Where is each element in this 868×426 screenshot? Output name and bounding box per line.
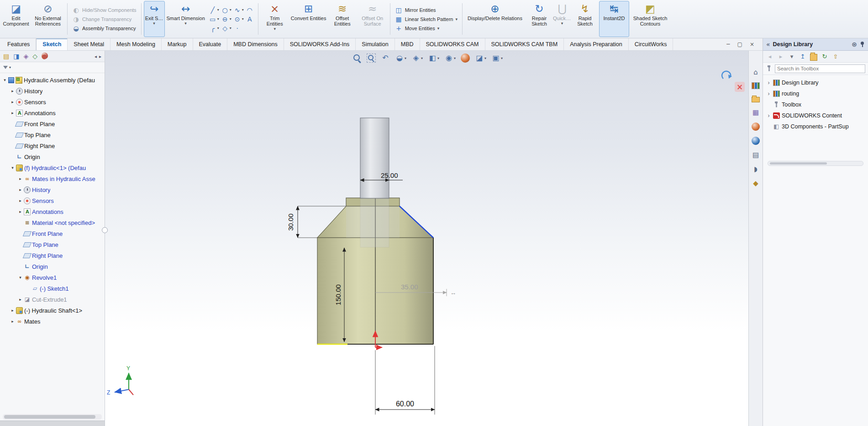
arc-tool-button[interactable]: ◠ bbox=[246, 6, 254, 14]
right-arrow-icon[interactable]: ▸ bbox=[10, 319, 16, 324]
apply-scene-button[interactable]: ◪▾ bbox=[474, 53, 487, 63]
chevron-right-icon[interactable]: › bbox=[766, 91, 771, 97]
right-arrow-icon[interactable]: ▸ bbox=[17, 187, 23, 192]
tab-mbd-dimensions[interactable]: MBD Dimensions bbox=[227, 38, 284, 50]
library-item-solidworks-content[interactable]: ›SOLIDWORKS Content bbox=[764, 110, 867, 121]
right-arrow-icon[interactable]: ▸ bbox=[17, 297, 23, 302]
trim-entities-button[interactable]: ×Trim Entities▾ bbox=[261, 1, 289, 37]
design-library-splitter[interactable] bbox=[768, 161, 863, 166]
display-style-button[interactable]: ◧▾ bbox=[427, 53, 440, 63]
fillet-tool-button[interactable]: ╭▾ bbox=[209, 24, 219, 32]
spline-tool-button[interactable]: ∿▾ bbox=[233, 6, 244, 14]
history-dropdown[interactable]: ▾ bbox=[788, 53, 795, 60]
tree-item-sketch1[interactable]: (-) Sketch1 bbox=[0, 283, 105, 294]
restore-button[interactable]: ▢ bbox=[737, 41, 742, 48]
circle-tool-button[interactable]: ○▾ bbox=[221, 6, 231, 14]
graphics-viewport[interactable]: 25.00 30.00 150.00 35.00 ↔ 60.00 bbox=[105, 51, 748, 426]
library-item-toolbox[interactable]: Toolbox bbox=[764, 99, 867, 110]
tree-item-history[interactable]: ▸History bbox=[0, 85, 105, 96]
panel-splitter-handle[interactable] bbox=[102, 227, 108, 233]
orientation-triad[interactable]: Y Z bbox=[107, 365, 133, 396]
pin-icon[interactable] bbox=[860, 41, 865, 48]
rapid-sketch-button[interactable]: ↯Rapid Sketch bbox=[572, 1, 598, 37]
zoom-to-fit-button[interactable] bbox=[352, 53, 363, 63]
view-palette-icon[interactable]: ▦ bbox=[752, 108, 760, 117]
filter-caret-icon[interactable]: ▾ bbox=[9, 65, 11, 70]
collapse-panel-icon[interactable]: « bbox=[766, 41, 770, 48]
toolbox-search-input[interactable] bbox=[775, 64, 865, 73]
library-item-routing[interactable]: ›routing bbox=[764, 88, 867, 99]
tree-item-sensors[interactable]: ▸Sensors bbox=[0, 195, 105, 206]
change-transparency-button[interactable]: ◑Change Transparency bbox=[72, 16, 137, 23]
view-orientation-button[interactable]: ◈▾ bbox=[410, 53, 424, 63]
right-arrow-icon[interactable]: ▸ bbox=[17, 209, 23, 214]
propertymanager-tab[interactable]: ◨ bbox=[13, 53, 19, 60]
xpert-tools-icon[interactable]: ◆ bbox=[752, 179, 760, 187]
right-arrow-icon[interactable]: ▸ bbox=[10, 308, 16, 313]
tree-item-origin[interactable]: Origin bbox=[0, 261, 105, 272]
section-view-button[interactable]: ◒▾ bbox=[394, 53, 407, 63]
gear-icon[interactable]: ⊛ bbox=[852, 41, 857, 48]
right-arrow-icon[interactable]: ▸ bbox=[17, 198, 23, 203]
hide-show-components-button[interactable]: ◐Hide/Show Components bbox=[72, 6, 137, 14]
view-settings-button[interactable]: ▣▾ bbox=[490, 53, 504, 63]
tab-sheet-metal[interactable]: Sheet Metal bbox=[68, 38, 110, 50]
down-arrow-icon[interactable]: ▾ bbox=[2, 78, 8, 82]
no-external-references-button[interactable]: ⊘No External References bbox=[31, 1, 65, 37]
tab-markup[interactable]: Markup bbox=[162, 38, 193, 50]
featuremanager-tab[interactable]: ▤ bbox=[3, 53, 9, 60]
dimxpertmanager-tab[interactable]: ◇ bbox=[32, 53, 37, 60]
home-icon[interactable]: ⌂ bbox=[752, 68, 760, 76]
edit-component-button[interactable]: ◪Edit Component bbox=[2, 1, 30, 37]
tab-sketch[interactable]: Sketch bbox=[36, 38, 68, 50]
model-view[interactable]: 25.00 30.00 150.00 35.00 ↔ 60.00 bbox=[105, 51, 748, 426]
up-one-level-button[interactable]: ⇧ bbox=[832, 53, 839, 60]
tree-item-cut-extrude1[interactable]: ▸Cut-Extrude1 bbox=[0, 294, 105, 305]
hide-show-items-button[interactable]: ◉▾ bbox=[443, 53, 457, 63]
close-button[interactable]: × bbox=[750, 41, 754, 48]
displaymanager-tab[interactable]: ● bbox=[42, 53, 48, 59]
shaded-sketch-contours-button[interactable]: ◩Shaded Sketch Contours bbox=[630, 1, 670, 37]
scroll-left-button[interactable]: ◂ bbox=[95, 54, 97, 59]
custom-properties-icon[interactable]: ▤ bbox=[752, 151, 760, 159]
tree-item-revolve1[interactable]: ▾Revolve1 bbox=[0, 272, 105, 283]
tree-item-top-plane[interactable]: Top Plane bbox=[0, 129, 105, 140]
tree-item-mates[interactable]: ▸Mates bbox=[0, 316, 105, 327]
zoom-to-area-button[interactable] bbox=[366, 53, 377, 63]
offset-entities-button[interactable]: ≋Offset Entities bbox=[328, 1, 357, 37]
design-library-icon[interactable] bbox=[752, 82, 760, 89]
tree-item-material-not-specified[interactable]: Material <not specified> bbox=[0, 217, 105, 228]
assembly-transparency-button[interactable]: ◒Assembly Transparency bbox=[72, 25, 137, 32]
exit-sketch-button[interactable]: ↪Exit Sketch▾ bbox=[144, 1, 165, 37]
slot-tool-button[interactable]: ⊖▾ bbox=[221, 15, 231, 23]
text-tool-button[interactable]: A bbox=[246, 15, 254, 23]
smart-dimension-button[interactable]: ↔Smart Dimension▾ bbox=[166, 1, 206, 37]
tree-item-hydraulic-assembly-defau[interactable]: ▾Hydraulic Assembly (Defau bbox=[0, 75, 105, 85]
tab-solidworks-add-ins[interactable]: SOLIDWORKS Add-Ins bbox=[284, 38, 356, 50]
tree-item-annotations[interactable]: ▸Annotations bbox=[0, 107, 105, 118]
tab-mbd[interactable]: MBD bbox=[395, 38, 420, 50]
minimize-button[interactable]: ─ bbox=[726, 41, 730, 48]
dim-shaft-diameter[interactable]: 25.00 bbox=[381, 171, 398, 179]
scroll-right-button[interactable]: ▸ bbox=[99, 54, 101, 59]
configurationmanager-tab[interactable]: ◈ bbox=[23, 53, 28, 60]
line-tool-button[interactable]: ╱▾ bbox=[209, 6, 219, 14]
right-arrow-icon[interactable]: ▸ bbox=[17, 176, 23, 181]
library-item-design-library[interactable]: ›Design Library bbox=[764, 77, 867, 88]
tab-solidworks-cam[interactable]: SOLIDWORKS CAM bbox=[420, 38, 485, 50]
tree-item-right-plane[interactable]: Right Plane bbox=[0, 250, 105, 261]
linear-sketch-pattern-button[interactable]: ▦Linear Sketch Pattern▾ bbox=[395, 16, 458, 23]
previous-view-button[interactable]: ↶ bbox=[380, 53, 391, 63]
offset-on-surface-button[interactable]: ≈Offset On Surface bbox=[358, 1, 388, 37]
tree-item-sensors[interactable]: ▸Sensors bbox=[0, 96, 105, 107]
tab-circuitworks[interactable]: CircuitWorks bbox=[629, 38, 673, 50]
dim-body-height[interactable]: 150.00 bbox=[334, 284, 342, 305]
display-delete-relations-button[interactable]: ⊕Display/Delete Relations bbox=[465, 1, 525, 37]
rectangle-tool-button[interactable]: ▭▾ bbox=[209, 15, 219, 23]
tree-filter-row[interactable]: ▾ bbox=[0, 62, 105, 73]
appearances-icon[interactable] bbox=[752, 122, 760, 131]
tree-item-hydraulic-shaft-1[interactable]: ▸(-) Hydraulic Shaft<1> bbox=[0, 305, 105, 316]
cancel-sketch-icon[interactable]: × bbox=[735, 82, 745, 92]
right-arrow-icon[interactable]: ▸ bbox=[10, 89, 16, 93]
tab-features[interactable]: Features bbox=[1, 38, 36, 50]
